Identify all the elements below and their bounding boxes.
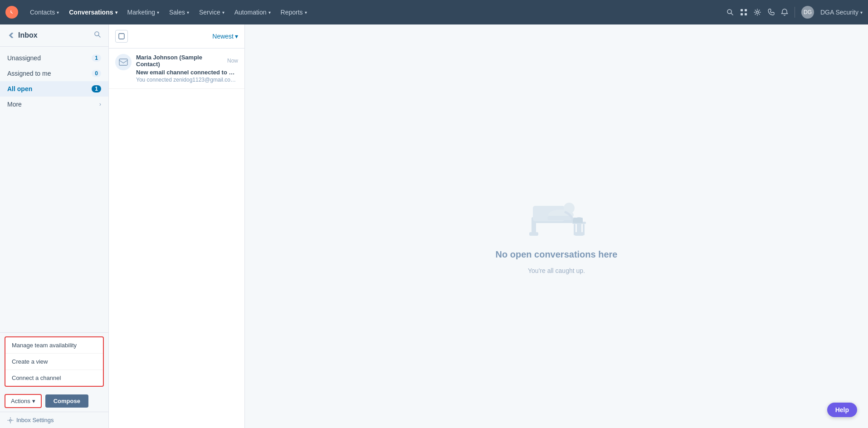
hubspot-icon[interactable] xyxy=(5,6,18,19)
settings-icon[interactable] xyxy=(754,9,761,16)
svg-rect-3 xyxy=(741,9,743,11)
svg-rect-25 xyxy=(573,218,583,223)
compose-button[interactable]: Compose xyxy=(45,394,88,408)
sidebar: Inbox Unassigned 1 Assigned to me 0 All … xyxy=(0,24,109,428)
create-view-item[interactable]: Create a view xyxy=(5,354,103,370)
nav-reports[interactable]: Reports ▾ xyxy=(276,6,312,19)
conversation-list: Maria Johnson (Sample Contact) Now New e… xyxy=(109,49,244,428)
svg-rect-6 xyxy=(745,13,747,15)
svg-rect-21 xyxy=(547,216,572,220)
svg-rect-24 xyxy=(583,224,585,235)
chevron-right-icon: › xyxy=(99,101,101,107)
main-content: No open conversations here You're all ca… xyxy=(245,24,868,428)
nav-conversations[interactable]: Conversations ▾ xyxy=(64,6,122,19)
conversation-content: Maria Johnson (Sample Contact) Now New e… xyxy=(136,54,238,83)
svg-rect-5 xyxy=(741,13,743,15)
nav-service[interactable]: Service ▾ xyxy=(195,6,229,19)
sidebar-bottom: Manage team availability Create a view C… xyxy=(0,332,108,428)
grid-icon[interactable] xyxy=(740,9,747,16)
nav-right-icons: DG DGA Security ▾ xyxy=(727,6,863,19)
nav-automation[interactable]: Automation ▾ xyxy=(230,6,275,19)
conv-subject: New email channel connected to HubSpot xyxy=(136,69,238,76)
nav-sales[interactable]: Sales ▾ xyxy=(165,6,194,19)
connect-channel-item[interactable]: Connect a channel xyxy=(5,370,103,386)
chevron-down-icon: ▾ xyxy=(268,10,271,15)
sidebar-title-wrap: Inbox xyxy=(7,31,38,39)
sidebar-item-assigned-to-me[interactable]: Assigned to me 0 xyxy=(0,66,108,81)
nav-marketing[interactable]: Marketing ▾ xyxy=(123,6,164,19)
svg-rect-17 xyxy=(575,232,584,236)
empty-title: No open conversations here xyxy=(496,249,618,260)
user-menu[interactable]: DGA Security ▾ xyxy=(820,9,863,16)
new-conversation-button[interactable] xyxy=(115,30,128,43)
search-icon[interactable] xyxy=(727,9,734,16)
empty-subtitle: You're all caught up. xyxy=(528,267,585,274)
chevron-down-icon: ▾ xyxy=(222,10,224,15)
nav-contacts[interactable]: Contacts ▾ xyxy=(25,6,63,19)
conv-preview: You connected zenidog1123@gmail.com to y… xyxy=(136,77,238,83)
chevron-down-icon: ▾ xyxy=(57,10,59,15)
sidebar-item-unassigned[interactable]: Unassigned 1 xyxy=(0,50,108,66)
conversation-list-panel: Newest ▾ Maria Johnson (Sample Contact) … xyxy=(109,24,245,428)
nav-divider xyxy=(795,7,795,18)
svg-point-7 xyxy=(756,11,758,14)
sidebar-title: Inbox xyxy=(18,31,38,39)
manage-team-availability-item[interactable]: Manage team availability xyxy=(5,337,103,354)
chevron-down-icon: ▾ xyxy=(187,10,189,15)
empty-state: No open conversations here You're all ca… xyxy=(496,179,618,274)
sidebar-nav: Unassigned 1 Assigned to me 0 All open 1… xyxy=(0,47,108,332)
svg-rect-11 xyxy=(119,34,124,39)
avatar[interactable]: DG xyxy=(801,6,814,19)
conv-time: Now xyxy=(227,58,238,64)
svg-rect-4 xyxy=(745,9,747,11)
svg-line-9 xyxy=(98,35,100,37)
inbox-settings-link[interactable]: Inbox Settings xyxy=(0,412,108,428)
sidebar-header: Inbox xyxy=(0,24,108,47)
actions-button[interactable]: Actions ▾ xyxy=(5,394,42,408)
back-button[interactable] xyxy=(7,32,15,39)
hubspot-logo[interactable] xyxy=(5,6,18,19)
top-navigation: Contacts ▾ Conversations ▾ Marketing ▾ S… xyxy=(0,0,868,24)
empty-illustration xyxy=(520,179,593,242)
svg-rect-23 xyxy=(574,224,575,235)
bell-icon[interactable] xyxy=(781,9,788,16)
svg-rect-16 xyxy=(529,232,538,236)
email-channel-icon xyxy=(115,54,132,70)
conv-list-header: Newest ▾ xyxy=(109,24,244,49)
svg-point-0 xyxy=(8,9,15,16)
svg-point-10 xyxy=(10,419,11,421)
svg-rect-12 xyxy=(119,59,127,65)
conversation-item[interactable]: Maria Johnson (Sample Contact) Now New e… xyxy=(109,49,244,89)
phone-icon[interactable] xyxy=(767,9,775,16)
chevron-down-icon: ▾ xyxy=(115,10,117,15)
nav-items: Contacts ▾ Conversations ▾ Marketing ▾ S… xyxy=(25,6,727,19)
chevron-down-icon: ▾ xyxy=(157,10,159,15)
conv-contact-name: Maria Johnson (Sample Contact) xyxy=(136,54,227,68)
help-button[interactable]: Help xyxy=(827,403,857,417)
sidebar-item-more[interactable]: More › xyxy=(0,97,108,112)
sidebar-actions-row: Actions ▾ Compose xyxy=(0,390,108,412)
sidebar-search-button[interactable] xyxy=(94,31,101,40)
sidebar-popup-menu: Manage team availability Create a view C… xyxy=(5,336,104,387)
chevron-down-icon: ▾ xyxy=(235,33,238,40)
svg-line-2 xyxy=(731,13,733,15)
chevron-down-icon: ▾ xyxy=(305,10,307,15)
chevron-down-icon: ▾ xyxy=(860,10,863,15)
sidebar-item-all-open[interactable]: All open 1 xyxy=(0,81,108,97)
main-layout: Inbox Unassigned 1 Assigned to me 0 All … xyxy=(0,24,868,428)
chevron-down-icon: ▾ xyxy=(32,398,35,404)
sort-newest-button[interactable]: Newest ▾ xyxy=(212,33,238,40)
